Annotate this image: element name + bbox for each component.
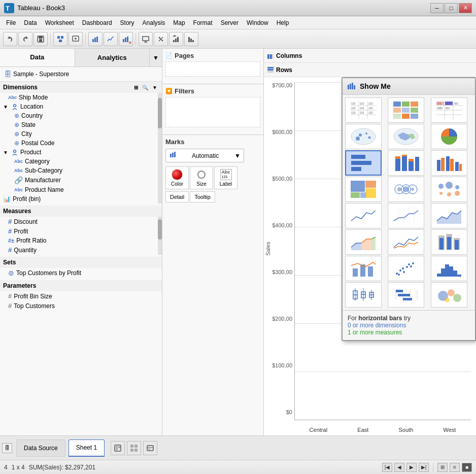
dimensions-scroll-handle[interactable] <box>158 98 162 128</box>
close-button[interactable]: ✕ <box>459 3 472 13</box>
toolbar-present[interactable] <box>139 32 153 46</box>
toolbar-swap[interactable] <box>154 32 168 46</box>
tab-analytics[interactable]: Analytics <box>75 49 150 66</box>
chart-stacked-bar[interactable] <box>388 150 424 176</box>
menu-format[interactable]: Format <box>189 18 217 28</box>
chart-area-discrete[interactable] <box>345 229 382 255</box>
chart-circle-views[interactable] <box>388 177 424 202</box>
menu-server[interactable]: Server <box>217 18 243 28</box>
menu-data[interactable]: Data <box>20 18 41 28</box>
toolbar-chart1[interactable] <box>88 32 103 46</box>
new-sheet-btn[interactable] <box>111 441 125 455</box>
pages-drop-zone[interactable] <box>165 61 260 77</box>
chart-dual-lines[interactable] <box>388 229 424 255</box>
marks-label-btn[interactable]: Abc123 Label <box>214 166 237 189</box>
field-city[interactable]: ⊕ City <box>0 129 162 139</box>
field-manufacturer[interactable]: 🔗 Manufacturer <box>0 175 162 185</box>
chart-horiz-bar[interactable] <box>345 150 382 176</box>
menu-analysis[interactable]: Analysis <box>139 18 169 28</box>
dimensions-more-btn[interactable]: ▼ <box>151 84 159 91</box>
tab-data-source[interactable]: Data Source <box>16 439 65 457</box>
field-top-customers-param[interactable]: # Top Customers <box>0 301 162 311</box>
field-location-group[interactable]: ▼ Location <box>0 102 162 111</box>
toolbar-save[interactable] <box>33 32 48 46</box>
chart-side-circles[interactable] <box>431 177 467 202</box>
dimensions-scrollbar[interactable] <box>158 93 162 204</box>
view-present-btn[interactable]: ■ <box>462 463 472 472</box>
marks-size-btn[interactable]: Size <box>190 166 213 189</box>
menu-worksheet[interactable]: Worksheet <box>41 18 78 28</box>
toolbar-newds[interactable] <box>69 32 83 46</box>
field-profit-ratio[interactable]: #± Profit Ratio <box>0 236 162 245</box>
menu-dashboard[interactable]: Dashboard <box>78 18 116 28</box>
chart-treemap[interactable] <box>345 177 382 202</box>
field-ship-mode[interactable]: Abc Ship Mode <box>0 93 162 102</box>
field-profit[interactable]: # Profit <box>0 226 162 236</box>
chart-line-discrete[interactable] <box>388 203 424 228</box>
marks-detail-btn[interactable]: Detail <box>165 191 189 202</box>
chart-symbol-map[interactable] <box>345 124 382 149</box>
measures-scroll-handle[interactable] <box>158 219 162 240</box>
maximize-button[interactable]: □ <box>445 3 458 13</box>
columns-drop-zone[interactable] <box>308 51 473 61</box>
data-pane-dropdown[interactable]: ▼ <box>150 49 162 66</box>
new-story-btn[interactable] <box>143 441 157 455</box>
field-discount[interactable]: # Discount <box>0 217 162 226</box>
menu-map[interactable]: Map <box>169 18 189 28</box>
toolbar-redo[interactable] <box>18 32 32 46</box>
chart-filled-map[interactable] <box>388 124 424 149</box>
datasource-name[interactable]: Sample - Superstore <box>13 71 69 78</box>
nav-prev-btn[interactable]: ◀ <box>394 463 404 472</box>
field-state[interactable]: ⊕ State <box>0 120 162 129</box>
nav-last-btn[interactable]: ▶| <box>419 463 429 472</box>
toolbar-chart2[interactable] <box>104 32 118 46</box>
chart-side-by-side[interactable] <box>431 150 467 176</box>
view-grid-btn[interactable]: ⊞ <box>437 463 448 472</box>
chart-box-plot[interactable] <box>345 282 382 308</box>
chart-gantt[interactable] <box>388 282 424 308</box>
chart-text-table[interactable]: 123123123123123123123123123 <box>345 97 382 123</box>
menu-story[interactable]: Story <box>116 18 139 28</box>
nav-first-btn[interactable]: |◀ <box>382 463 392 472</box>
field-category[interactable]: Abc Category <box>0 157 162 166</box>
chart-area-cont[interactable] <box>431 203 467 228</box>
view-list-btn[interactable]: ≡ <box>450 463 460 472</box>
new-dashboard-btn[interactable] <box>127 441 141 455</box>
chart-dual-combo[interactable] <box>345 256 382 281</box>
toolbar-sort-asc[interactable] <box>169 32 183 46</box>
menu-file[interactable]: File <box>2 18 20 28</box>
marks-type-dropdown[interactable]: Automatic ▼ <box>165 149 244 162</box>
toolbar-undo[interactable] <box>3 32 17 46</box>
rows-drop-zone[interactable] <box>308 65 473 75</box>
chart-highlight-table[interactable]: 17210728212982821 <box>431 97 467 123</box>
chart-scatter[interactable] <box>388 256 424 281</box>
tab-sheet1[interactable]: Sheet 1 <box>69 439 105 457</box>
field-product-group[interactable]: ▼ Product <box>0 148 162 157</box>
dimensions-search-btn[interactable]: 🔍 <box>141 84 150 91</box>
field-subcategory[interactable]: Abc Sub-Category <box>0 166 162 175</box>
field-country[interactable]: ⊕ Country <box>0 111 162 120</box>
field-top-customers[interactable]: ⊚ Top Customers by Profit <box>0 268 162 278</box>
menu-window[interactable]: Window <box>243 18 273 28</box>
field-product-name[interactable]: Abc Product Name <box>0 185 162 194</box>
menu-help[interactable]: Help <box>273 18 293 28</box>
toolbar-sort-desc[interactable] <box>184 32 198 46</box>
field-profit-bin-size[interactable]: # Profit Bin Size <box>0 291 162 301</box>
marks-color-btn[interactable]: Color <box>165 166 189 189</box>
marks-tooltip-btn[interactable]: Tooltip <box>190 191 215 202</box>
field-quantity[interactable]: # Quantity <box>0 245 162 255</box>
chart-heat-map[interactable] <box>388 97 424 123</box>
chart-bar-in-bar[interactable] <box>431 229 467 255</box>
chart-pie[interactable] <box>431 124 467 149</box>
chart-bubble[interactable] <box>431 282 467 308</box>
chart-line-cont[interactable] <box>345 203 382 228</box>
tab-data[interactable]: Data <box>0 49 75 66</box>
filters-drop-zone[interactable] <box>165 97 260 127</box>
field-postal-code[interactable]: ⊕ Postal Code <box>0 139 162 148</box>
chart-histogram[interactable] <box>431 256 467 281</box>
toolbar-connect[interactable] <box>53 32 67 46</box>
minimize-button[interactable]: ─ <box>430 3 444 13</box>
toolbar-chart3[interactable]: ✕ <box>119 32 133 46</box>
dimensions-grid-btn[interactable]: ⊞ <box>132 84 140 91</box>
measures-scrollbar[interactable] <box>158 217 162 255</box>
